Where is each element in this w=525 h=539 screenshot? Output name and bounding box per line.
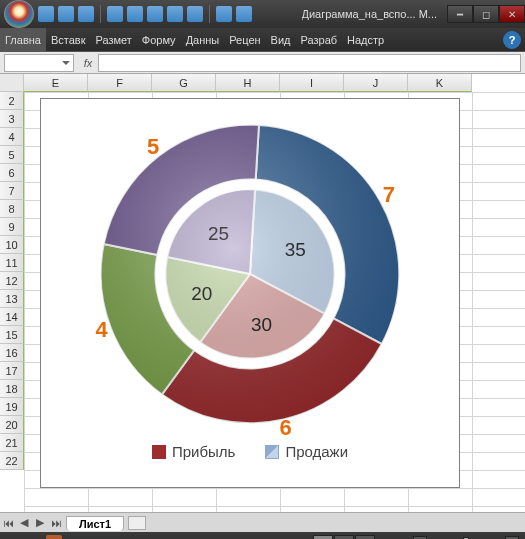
qat-redo-icon[interactable] <box>78 6 94 22</box>
help-icon[interactable]: ? <box>503 31 521 49</box>
column-header[interactable]: E <box>24 74 88 92</box>
chart-legend: Прибыль Продажи <box>41 439 459 460</box>
minimize-button[interactable]: ━ <box>447 5 473 23</box>
select-all-corner[interactable] <box>0 74 24 92</box>
svg-point-2 <box>165 189 334 358</box>
row-header[interactable]: 22 <box>0 452 24 470</box>
row-header[interactable]: 20 <box>0 416 24 434</box>
column-header[interactable]: H <box>216 74 280 92</box>
ribbon-tab-developer[interactable]: Разраб <box>296 28 343 51</box>
ribbon-tab-insert[interactable]: Вставк <box>46 28 91 51</box>
qat-print-icon[interactable] <box>107 6 123 22</box>
qat-undo-icon[interactable] <box>58 6 74 22</box>
row-header[interactable]: 2 <box>0 92 24 110</box>
pie-doughnut-chart: 764535302025 <box>41 99 459 439</box>
tab-nav: ⏮ ◀ ▶ ⏭ <box>0 515 64 531</box>
qat-open-icon[interactable] <box>147 6 163 22</box>
row-header[interactable]: 19 <box>0 398 24 416</box>
ribbon-tabs: Главна Вставк Размет Форму Данны Рецен В… <box>0 28 525 52</box>
row-header[interactable]: 11 <box>0 254 24 272</box>
chart-object[interactable]: 764535302025 Прибыль Продажи <box>40 98 460 488</box>
row-header[interactable]: 9 <box>0 218 24 236</box>
legend-swatch-sales <box>265 445 279 459</box>
name-box[interactable] <box>4 54 74 72</box>
new-sheet-button[interactable] <box>128 516 146 530</box>
status-bar: Готово 100% − + <box>0 532 525 539</box>
ribbon-tab-layout[interactable]: Размет <box>90 28 136 51</box>
legend-item-profit: Прибыль <box>152 443 235 460</box>
outer-datalabel: 7 <box>383 182 395 207</box>
row-header[interactable]: 12 <box>0 272 24 290</box>
row-header[interactable]: 17 <box>0 362 24 380</box>
qat-separator <box>100 5 101 23</box>
row-header[interactable]: 15 <box>0 326 24 344</box>
row-header[interactable]: 10 <box>0 236 24 254</box>
qat-new-icon[interactable] <box>167 6 183 22</box>
row-header[interactable]: 13 <box>0 290 24 308</box>
tab-last-icon[interactable]: ⏭ <box>48 515 64 531</box>
legend-item-sales: Продажи <box>265 443 348 460</box>
row-header[interactable]: 6 <box>0 164 24 182</box>
column-header[interactable]: G <box>152 74 216 92</box>
formula-input[interactable] <box>98 54 521 72</box>
row-header[interactable]: 18 <box>0 380 24 398</box>
close-button[interactable]: ✕ <box>499 5 525 23</box>
tab-first-icon[interactable]: ⏮ <box>0 515 16 531</box>
title-bar: Диаграмма_на_вспо... M... ━ ◻ ✕ <box>0 0 525 28</box>
sheet-tab[interactable]: Лист1 <box>66 516 124 531</box>
row-header[interactable]: 7 <box>0 182 24 200</box>
ribbon-tab-review[interactable]: Рецен <box>224 28 265 51</box>
column-header[interactable]: K <box>408 74 472 92</box>
column-header[interactable]: J <box>344 74 408 92</box>
row-headers: 2345678910111213141516171819202122 <box>0 92 24 512</box>
row-header[interactable]: 21 <box>0 434 24 452</box>
qat-preview-icon[interactable] <box>127 6 143 22</box>
view-normal-button[interactable] <box>313 535 333 539</box>
row-header[interactable]: 4 <box>0 128 24 146</box>
formula-bar: fx <box>0 52 525 74</box>
office-button[interactable] <box>4 0 34 28</box>
row-header[interactable]: 8 <box>0 200 24 218</box>
outer-datalabel: 5 <box>147 134 159 159</box>
row-header[interactable]: 5 <box>0 146 24 164</box>
macro-record-icon[interactable] <box>46 535 62 539</box>
qat-separator <box>209 5 210 23</box>
sheet-tabs-bar: ⏮ ◀ ▶ ⏭ Лист1 <box>0 512 525 532</box>
column-headers: EFGHIJK <box>24 74 525 92</box>
ribbon-tab-home[interactable]: Главна <box>0 28 46 51</box>
view-pagelayout-button[interactable] <box>334 535 354 539</box>
window-title: Диаграмма_на_вспо... M... <box>302 8 443 20</box>
legend-swatch-profit <box>152 445 166 459</box>
legend-label-profit: Прибыль <box>172 443 235 460</box>
column-header[interactable]: I <box>280 74 344 92</box>
worksheet-area: EFGHIJK 23456789101112131415161718192021… <box>0 74 525 512</box>
window-controls: ━ ◻ ✕ <box>447 5 525 23</box>
ribbon-tab-data[interactable]: Данны <box>181 28 225 51</box>
view-pagebreak-button[interactable] <box>355 535 375 539</box>
ribbon-tab-view[interactable]: Вид <box>266 28 296 51</box>
tab-next-icon[interactable]: ▶ <box>32 515 48 531</box>
fx-icon[interactable]: fx <box>78 57 98 69</box>
row-header[interactable]: 3 <box>0 110 24 128</box>
qat-spell-icon[interactable] <box>187 6 203 22</box>
ribbon-tab-addins[interactable]: Надстр <box>342 28 389 51</box>
ribbon-tab-formulas[interactable]: Форму <box>137 28 181 51</box>
outer-datalabel: 4 <box>95 317 108 342</box>
maximize-button[interactable]: ◻ <box>473 5 499 23</box>
qat-sort-icon[interactable] <box>216 6 232 22</box>
row-header[interactable]: 16 <box>0 344 24 362</box>
legend-label-sales: Продажи <box>285 443 348 460</box>
row-header[interactable]: 14 <box>0 308 24 326</box>
quick-access-toolbar <box>38 5 252 23</box>
qat-save-icon[interactable] <box>38 6 54 22</box>
qat-filter-icon[interactable] <box>236 6 252 22</box>
tab-prev-icon[interactable]: ◀ <box>16 515 32 531</box>
column-header[interactable]: F <box>88 74 152 92</box>
view-buttons <box>313 535 375 539</box>
